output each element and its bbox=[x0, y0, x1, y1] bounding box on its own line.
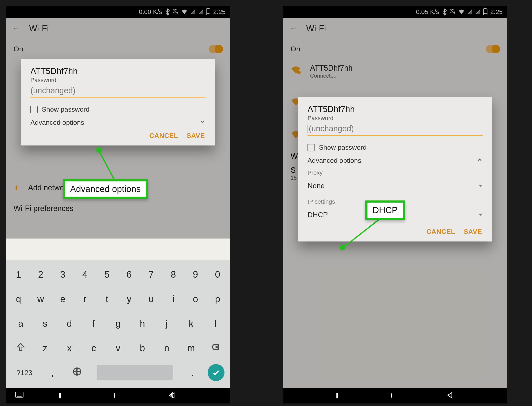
key-w[interactable]: w bbox=[31, 294, 50, 304]
key-x[interactable]: x bbox=[60, 343, 79, 353]
advanced-options-label: Advanced options bbox=[308, 157, 361, 165]
proxy-label: Proxy bbox=[308, 169, 483, 176]
key-1[interactable]: 1 bbox=[9, 269, 28, 280]
phone-screenshot-right: 0.05 K/s 2:25 ← Wi-Fi bbox=[283, 6, 507, 404]
text-cursor-icon bbox=[308, 124, 308, 133]
password-input[interactable] bbox=[30, 84, 206, 97]
password-label: Password bbox=[308, 115, 483, 122]
chevron-down-icon bbox=[199, 118, 206, 127]
key-h[interactable]: h bbox=[133, 318, 152, 329]
key-6[interactable]: 6 bbox=[119, 269, 139, 280]
key-0[interactable]: 0 bbox=[208, 269, 227, 280]
key-4[interactable]: 4 bbox=[75, 269, 94, 280]
period-key[interactable]: . bbox=[183, 367, 202, 378]
key-3[interactable]: 3 bbox=[53, 269, 72, 280]
save-button[interactable]: SAVE bbox=[187, 132, 205, 140]
key-m[interactable]: m bbox=[182, 343, 201, 353]
nav-back[interactable] bbox=[169, 391, 177, 400]
advanced-options-row[interactable]: Advanced options bbox=[30, 118, 206, 127]
dialog-ssid: ATT5Dhf7hh bbox=[308, 104, 483, 114]
phone-screenshot-left: 0.00 K/s 2:25 ← Wi-Fi bbox=[6, 6, 230, 404]
show-password-checkbox[interactable] bbox=[30, 106, 38, 113]
key-q[interactable]: q bbox=[9, 294, 28, 304]
key-d[interactable]: d bbox=[60, 318, 79, 329]
nav-recents[interactable] bbox=[59, 394, 61, 398]
nav-recents[interactable] bbox=[336, 394, 338, 398]
globe-key[interactable] bbox=[68, 367, 87, 378]
key-j[interactable]: j bbox=[157, 318, 176, 329]
dropdown-icon bbox=[479, 214, 483, 216]
key-p[interactable]: p bbox=[208, 294, 227, 304]
password-input[interactable] bbox=[308, 122, 483, 136]
backspace-key[interactable] bbox=[206, 342, 225, 354]
key-z[interactable]: z bbox=[35, 343, 55, 353]
advanced-options-label: Advanced options bbox=[30, 119, 84, 126]
keyboard-nav-icon[interactable] bbox=[15, 392, 24, 400]
ip-settings-value: DHCP bbox=[308, 211, 328, 219]
dropdown-icon bbox=[479, 185, 483, 187]
callout-dhcp: DHCP bbox=[365, 201, 405, 220]
key-c[interactable]: c bbox=[84, 343, 103, 353]
system-nav-bar bbox=[283, 388, 507, 404]
nav-back[interactable] bbox=[446, 391, 454, 400]
key-9[interactable]: 9 bbox=[186, 269, 205, 280]
proxy-select[interactable]: None bbox=[308, 178, 483, 194]
network-dialog: ATT5Dhf7hh Password Show password Advanc… bbox=[21, 59, 215, 145]
advanced-options-row[interactable]: Advanced options bbox=[308, 157, 483, 165]
key-f[interactable]: f bbox=[84, 318, 103, 329]
key-u[interactable]: u bbox=[142, 294, 161, 304]
nav-home[interactable] bbox=[391, 394, 392, 398]
space-key[interactable] bbox=[97, 365, 173, 380]
svg-marker-10 bbox=[448, 392, 452, 398]
key-8[interactable]: 8 bbox=[164, 269, 183, 280]
shift-key[interactable] bbox=[11, 342, 30, 354]
cancel-button[interactable]: CANCEL bbox=[149, 132, 178, 140]
key-r[interactable]: r bbox=[75, 294, 94, 304]
key-k[interactable]: k bbox=[182, 318, 201, 329]
soft-keyboard[interactable]: 1234567890 qwertyuiop asdfghjkl zxcvbnm … bbox=[6, 260, 230, 388]
chevron-up-icon bbox=[476, 157, 483, 165]
system-nav-bar bbox=[6, 388, 230, 404]
key-b[interactable]: b bbox=[133, 343, 152, 353]
key-e[interactable]: e bbox=[53, 294, 72, 304]
key-i[interactable]: i bbox=[164, 294, 183, 304]
nav-home[interactable] bbox=[114, 394, 115, 398]
key-t[interactable]: t bbox=[98, 294, 117, 304]
key-7[interactable]: 7 bbox=[142, 269, 161, 280]
show-password-label: Show password bbox=[42, 106, 90, 113]
key-l[interactable]: l bbox=[206, 318, 225, 329]
key-n[interactable]: n bbox=[157, 343, 176, 353]
svg-rect-3 bbox=[16, 392, 23, 398]
key-o[interactable]: o bbox=[186, 294, 205, 304]
key-a[interactable]: a bbox=[11, 318, 30, 329]
key-g[interactable]: g bbox=[109, 318, 127, 329]
password-label: Password bbox=[30, 77, 206, 84]
key-v[interactable]: v bbox=[109, 343, 127, 353]
key-y[interactable]: y bbox=[119, 294, 139, 304]
show-password-checkbox[interactable] bbox=[308, 144, 315, 151]
show-password-label: Show password bbox=[319, 144, 367, 151]
save-button[interactable]: SAVE bbox=[464, 228, 482, 236]
comma-key[interactable]: , bbox=[43, 367, 62, 378]
proxy-value: None bbox=[308, 182, 325, 190]
symbols-key[interactable]: ?123 bbox=[12, 369, 37, 377]
callout-advanced-options: Advanced options bbox=[63, 179, 148, 199]
key-2[interactable]: 2 bbox=[31, 269, 50, 280]
dialog-ssid: ATT5Dhf7hh bbox=[30, 66, 206, 76]
key-s[interactable]: s bbox=[35, 318, 55, 329]
enter-key[interactable] bbox=[208, 364, 224, 381]
cancel-button[interactable]: CANCEL bbox=[427, 228, 455, 236]
key-5[interactable]: 5 bbox=[98, 269, 117, 280]
